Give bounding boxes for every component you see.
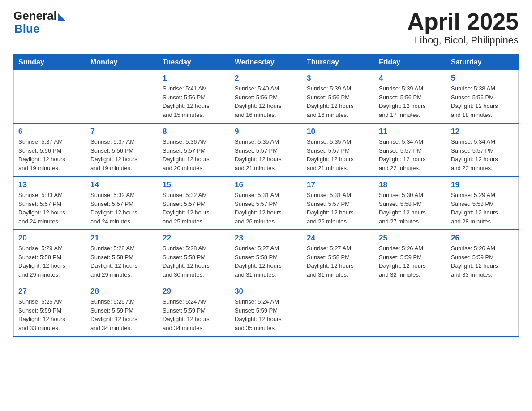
day-info: Sunrise: 5:32 AM Sunset: 5:57 PM Dayligh…: [163, 191, 225, 226]
day-number: 17: [307, 180, 369, 189]
day-number: 29: [163, 287, 225, 296]
calendar-cell-w4-d7: 26Sunrise: 5:26 AM Sunset: 5:59 PM Dayli…: [446, 230, 519, 283]
calendar-cell-w4-d6: 25Sunrise: 5:26 AM Sunset: 5:59 PM Dayli…: [374, 230, 446, 283]
calendar-week-2: 6Sunrise: 5:37 AM Sunset: 5:56 PM Daylig…: [14, 123, 519, 176]
day-info: Sunrise: 5:38 AM Sunset: 5:56 PM Dayligh…: [451, 84, 514, 119]
calendar-week-3: 13Sunrise: 5:33 AM Sunset: 5:57 PM Dayli…: [14, 176, 519, 230]
calendar-cell-w5-d6: [374, 283, 446, 336]
day-number: 18: [379, 180, 442, 189]
day-info: Sunrise: 5:37 AM Sunset: 5:56 PM Dayligh…: [18, 137, 81, 172]
calendar-cell-w1-d7: 5Sunrise: 5:38 AM Sunset: 5:56 PM Daylig…: [446, 70, 519, 124]
day-info: Sunrise: 5:25 AM Sunset: 5:59 PM Dayligh…: [18, 297, 81, 332]
day-number: 15: [163, 180, 225, 189]
day-number: 10: [307, 127, 369, 136]
weekday-header-sunday: Sunday: [14, 55, 86, 70]
day-info: Sunrise: 5:30 AM Sunset: 5:58 PM Dayligh…: [379, 191, 442, 226]
day-number: 20: [18, 234, 81, 243]
calendar-cell-w2-d5: 10Sunrise: 5:35 AM Sunset: 5:57 PM Dayli…: [302, 123, 374, 176]
day-number: 12: [451, 127, 514, 136]
calendar-cell-w3-d4: 16Sunrise: 5:31 AM Sunset: 5:57 PM Dayli…: [230, 176, 302, 230]
logo: General Blue: [13, 9, 65, 36]
day-info: Sunrise: 5:41 AM Sunset: 5:56 PM Dayligh…: [163, 84, 225, 119]
calendar-cell-w4-d3: 22Sunrise: 5:28 AM Sunset: 5:58 PM Dayli…: [158, 230, 230, 283]
calendar-cell-w1-d3: 1Sunrise: 5:41 AM Sunset: 5:56 PM Daylig…: [158, 70, 230, 124]
day-info: Sunrise: 5:39 AM Sunset: 5:56 PM Dayligh…: [307, 84, 369, 119]
day-number: 5: [451, 74, 514, 83]
day-number: 3: [307, 74, 369, 83]
day-info: Sunrise: 5:39 AM Sunset: 5:56 PM Dayligh…: [379, 84, 442, 119]
day-number: 19: [451, 180, 514, 189]
day-info: Sunrise: 5:29 AM Sunset: 5:58 PM Dayligh…: [18, 244, 81, 279]
day-info: Sunrise: 5:24 AM Sunset: 5:59 PM Dayligh…: [235, 297, 297, 332]
day-info: Sunrise: 5:36 AM Sunset: 5:57 PM Dayligh…: [163, 137, 225, 172]
logo-general: General: [13, 9, 57, 23]
weekday-header-monday: Monday: [86, 55, 158, 70]
calendar-cell-w3-d5: 17Sunrise: 5:31 AM Sunset: 5:57 PM Dayli…: [302, 176, 374, 230]
day-info: Sunrise: 5:35 AM Sunset: 5:57 PM Dayligh…: [307, 137, 369, 172]
calendar-cell-w4-d2: 21Sunrise: 5:28 AM Sunset: 5:58 PM Dayli…: [86, 230, 158, 283]
day-number: 9: [235, 127, 297, 136]
logo-blue: Blue: [14, 22, 39, 35]
calendar-cell-w2-d4: 9Sunrise: 5:35 AM Sunset: 5:57 PM Daylig…: [230, 123, 302, 176]
day-info: Sunrise: 5:34 AM Sunset: 5:57 PM Dayligh…: [451, 137, 514, 172]
calendar-cell-w2-d3: 8Sunrise: 5:36 AM Sunset: 5:57 PM Daylig…: [158, 123, 230, 176]
day-info: Sunrise: 5:37 AM Sunset: 5:56 PM Dayligh…: [90, 137, 153, 172]
day-number: 27: [18, 287, 81, 296]
calendar-cell-w5-d4: 30Sunrise: 5:24 AM Sunset: 5:59 PM Dayli…: [230, 283, 302, 336]
day-number: 6: [18, 127, 81, 136]
day-number: 8: [163, 127, 225, 136]
weekday-header-thursday: Thursday: [302, 55, 374, 70]
day-info: Sunrise: 5:27 AM Sunset: 5:58 PM Dayligh…: [307, 244, 369, 279]
day-number: 7: [90, 127, 153, 136]
day-info: Sunrise: 5:25 AM Sunset: 5:59 PM Dayligh…: [90, 297, 153, 332]
day-number: 23: [235, 234, 297, 243]
day-number: 4: [379, 74, 442, 83]
calendar-cell-w2-d6: 11Sunrise: 5:34 AM Sunset: 5:57 PM Dayli…: [374, 123, 446, 176]
page-header: General Blue April 2025 Libog, Bicol, Ph…: [13, 9, 519, 46]
calendar-cell-w2-d7: 12Sunrise: 5:34 AM Sunset: 5:57 PM Dayli…: [446, 123, 519, 176]
calendar-cell-w3-d2: 14Sunrise: 5:32 AM Sunset: 5:57 PM Dayli…: [86, 176, 158, 230]
calendar-cell-w3-d3: 15Sunrise: 5:32 AM Sunset: 5:57 PM Dayli…: [158, 176, 230, 230]
calendar-header-row: SundayMondayTuesdayWednesdayThursdayFrid…: [14, 55, 519, 70]
calendar-cell-w1-d1: [14, 70, 86, 124]
calendar-cell-w5-d3: 29Sunrise: 5:24 AM Sunset: 5:59 PM Dayli…: [158, 283, 230, 336]
weekday-header-tuesday: Tuesday: [158, 55, 230, 70]
day-number: 28: [90, 287, 153, 296]
day-number: 2: [235, 74, 297, 83]
day-info: Sunrise: 5:35 AM Sunset: 5:57 PM Dayligh…: [235, 137, 297, 172]
calendar-table: SundayMondayTuesdayWednesdayThursdayFrid…: [13, 54, 519, 337]
weekday-header-friday: Friday: [374, 55, 446, 70]
calendar-cell-w2-d2: 7Sunrise: 5:37 AM Sunset: 5:56 PM Daylig…: [86, 123, 158, 176]
day-info: Sunrise: 5:29 AM Sunset: 5:58 PM Dayligh…: [451, 191, 514, 226]
calendar-cell-w3-d1: 13Sunrise: 5:33 AM Sunset: 5:57 PM Dayli…: [14, 176, 86, 230]
calendar-cell-w5-d7: [446, 283, 519, 336]
calendar-cell-w4-d5: 24Sunrise: 5:27 AM Sunset: 5:58 PM Dayli…: [302, 230, 374, 283]
day-info: Sunrise: 5:26 AM Sunset: 5:59 PM Dayligh…: [451, 244, 514, 279]
calendar-cell-w4-d1: 20Sunrise: 5:29 AM Sunset: 5:58 PM Dayli…: [14, 230, 86, 283]
day-info: Sunrise: 5:26 AM Sunset: 5:59 PM Dayligh…: [379, 244, 442, 279]
calendar-cell-w2-d1: 6Sunrise: 5:37 AM Sunset: 5:56 PM Daylig…: [14, 123, 86, 176]
calendar-cell-w5-d1: 27Sunrise: 5:25 AM Sunset: 5:59 PM Dayli…: [14, 283, 86, 336]
day-number: 14: [90, 180, 153, 189]
day-number: 1: [163, 74, 225, 83]
day-info: Sunrise: 5:28 AM Sunset: 5:58 PM Dayligh…: [163, 244, 225, 279]
day-number: 21: [90, 234, 153, 243]
calendar-cell-w5-d2: 28Sunrise: 5:25 AM Sunset: 5:59 PM Dayli…: [86, 283, 158, 336]
calendar-cell-w1-d4: 2Sunrise: 5:40 AM Sunset: 5:56 PM Daylig…: [230, 70, 302, 124]
calendar-week-1: 1Sunrise: 5:41 AM Sunset: 5:56 PM Daylig…: [14, 70, 519, 124]
day-number: 30: [235, 287, 297, 296]
day-number: 16: [235, 180, 297, 189]
page-title: April 2025: [407, 9, 519, 34]
calendar-week-4: 20Sunrise: 5:29 AM Sunset: 5:58 PM Dayli…: [14, 230, 519, 283]
calendar-cell-w5-d5: [302, 283, 374, 336]
calendar-cell-w1-d2: [86, 70, 158, 124]
day-info: Sunrise: 5:33 AM Sunset: 5:57 PM Dayligh…: [18, 191, 81, 226]
day-info: Sunrise: 5:34 AM Sunset: 5:57 PM Dayligh…: [379, 137, 442, 172]
day-info: Sunrise: 5:24 AM Sunset: 5:59 PM Dayligh…: [163, 297, 225, 332]
day-info: Sunrise: 5:31 AM Sunset: 5:57 PM Dayligh…: [235, 191, 297, 226]
calendar-cell-w1-d5: 3Sunrise: 5:39 AM Sunset: 5:56 PM Daylig…: [302, 70, 374, 124]
weekday-header-saturday: Saturday: [446, 55, 519, 70]
day-info: Sunrise: 5:31 AM Sunset: 5:57 PM Dayligh…: [307, 191, 369, 226]
weekday-header-wednesday: Wednesday: [230, 55, 302, 70]
calendar-week-5: 27Sunrise: 5:25 AM Sunset: 5:59 PM Dayli…: [14, 283, 519, 336]
